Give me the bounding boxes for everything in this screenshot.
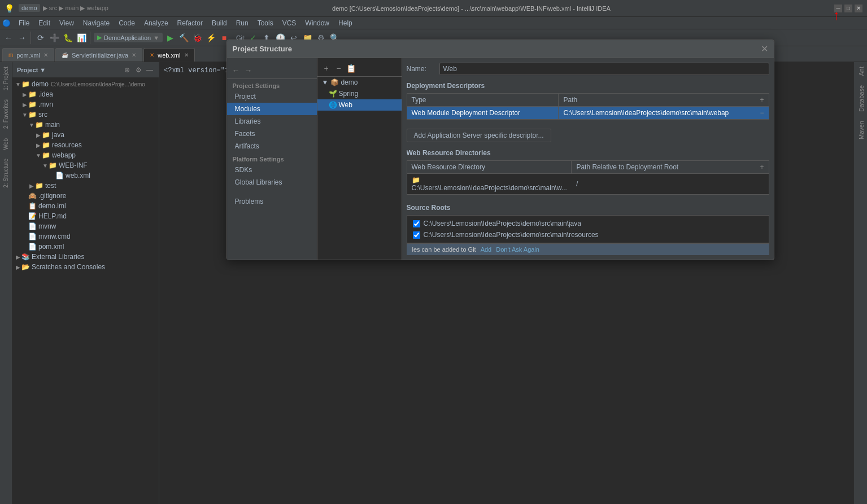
web-resource-row-0[interactable]: 📁 C:\Users\Lemosion\IdeaProjects\demo\sr… <box>407 174 769 195</box>
tree-item-idea[interactable]: ▶ 📁 .idea <box>12 89 159 99</box>
tab-webxml-close[interactable]: ✕ <box>184 52 189 58</box>
tree-item-external-libs[interactable]: ▶ 📚 External Libraries <box>12 252 159 262</box>
tree-item-webinf[interactable]: ▼ 📁 WEB-INF <box>12 160 159 170</box>
forward-button[interactable]: → <box>16 32 28 44</box>
add-row-btn[interactable]: + <box>760 96 764 104</box>
tree-item-webapp[interactable]: ▼ 📁 webapp <box>12 150 159 160</box>
nav-libraries[interactable]: Libraries <box>227 115 317 128</box>
tree-item-mvnw[interactable]: 📄 mvnw <box>12 221 159 231</box>
tree-item-resources[interactable]: ▶ 📁 resources <box>12 140 159 150</box>
source-root-checkbox-0[interactable] <box>413 220 420 227</box>
menu-analyze[interactable]: Analyze <box>140 18 173 28</box>
debug-button[interactable]: 🐛 <box>62 32 74 44</box>
menu-navigate[interactable]: Navigate <box>79 18 114 28</box>
menu-vcs[interactable]: VCS <box>278 18 301 28</box>
right-tab-maven[interactable]: Maven <box>854 116 867 144</box>
run-configuration[interactable]: ▶ DemoApplication ▼ <box>94 33 163 42</box>
notification-dont-ask-link[interactable]: Don't Ask Again <box>496 246 539 253</box>
tree-item-scratches[interactable]: ▶ 📂 Scratches and Consoles <box>12 262 159 272</box>
tree-item-java[interactable]: ▶ 📁 java <box>12 130 159 140</box>
left-tab-structure[interactable]: 2: Structure <box>2 154 10 192</box>
tree-add-btn[interactable]: + <box>321 63 332 74</box>
menu-tools[interactable]: Tools <box>253 18 278 28</box>
tree-label-test: test <box>45 182 56 190</box>
tree-copy-btn[interactable]: 📋 <box>346 63 357 74</box>
nav-project[interactable]: Project <box>227 90 317 103</box>
menu-bar: 🔵 File Edit View Navigate Code Analyze R… <box>0 17 867 29</box>
tree-web-item[interactable]: 🌐 Web <box>317 99 402 111</box>
sidebar-collapse-icon[interactable]: — <box>145 65 154 74</box>
profile-button[interactable]: ⚡ <box>204 32 217 44</box>
close-button[interactable]: ✕ <box>855 5 862 12</box>
tree-arrow-webinf: ▼ <box>42 163 49 169</box>
nav-sdks[interactable]: SDKs <box>227 164 317 176</box>
resources-folder-icon: 📁 <box>42 141 50 149</box>
menu-window[interactable]: Window <box>300 18 334 28</box>
nav-back-button[interactable]: ← <box>230 65 242 76</box>
tree-remove-btn[interactable]: − <box>333 63 345 74</box>
tab-pom-label: pom.xml <box>16 52 40 59</box>
run-config-chevron: ▼ <box>153 34 159 41</box>
tab-pom-xml[interactable]: m pom.xml ✕ <box>2 48 54 62</box>
menu-edit[interactable]: Edit <box>34 18 55 28</box>
coverage-button[interactable]: 📊 <box>75 32 88 44</box>
tree-arrow-webapp: ▼ <box>35 152 42 159</box>
web-add-row-btn[interactable]: + <box>760 163 764 171</box>
back-button[interactable]: ← <box>2 32 15 44</box>
nav-facets[interactable]: Facets <box>227 128 317 140</box>
tree-item-webxml[interactable]: 📄 web.xml <box>12 170 159 181</box>
menu-refactor[interactable]: Refactor <box>173 18 207 28</box>
tree-item-mvnwcmd[interactable]: 📄 mvnw.cmd <box>12 231 159 242</box>
tree-item-helpmd[interactable]: 📝 HELP.md <box>12 211 159 221</box>
nav-artifacts[interactable]: Artifacts <box>227 140 317 152</box>
nav-forward-button[interactable]: → <box>243 65 254 76</box>
tab-servlet-java[interactable]: ☕ ServletInitializer.java ✕ <box>55 48 142 62</box>
notification-text: les can be added to Git <box>412 246 476 253</box>
debug-run-button[interactable]: 🐞 <box>191 32 203 44</box>
left-tab-web[interactable]: Web <box>2 134 10 154</box>
left-tab-favorites[interactable]: 2: Favorites <box>2 95 10 133</box>
menu-code[interactable]: Code <box>114 18 140 28</box>
add-framework-button[interactable]: ➕ <box>48 32 60 44</box>
web-resource-directories-title: Web Resource Directories <box>407 149 769 157</box>
refresh-button[interactable]: ⟳ <box>34 32 47 44</box>
tree-item-main[interactable]: ▼ 📁 main <box>12 120 159 130</box>
nav-problems[interactable]: Problems <box>227 195 317 208</box>
right-tab-database[interactable]: Database <box>854 81 867 116</box>
name-input[interactable] <box>439 63 769 75</box>
menu-build[interactable]: Build <box>207 18 232 28</box>
menu-file[interactable]: File <box>14 18 34 28</box>
tree-item-src[interactable]: ▼ 📁 src <box>12 109 159 120</box>
run-button[interactable]: ▶ <box>164 32 176 44</box>
tab-web-xml[interactable]: ✕ web.xml ✕ <box>143 48 194 62</box>
nav-modules[interactable]: Modules <box>227 103 317 115</box>
add-app-server-btn[interactable]: Add Application Server specific descript… <box>407 129 551 142</box>
tree-item-demo[interactable]: ▼ 📁 demo C:\Users\Lemosion\IdeaProje...\… <box>12 79 159 89</box>
deployment-row-0[interactable]: Web Module Deployment Descriptor C:\User… <box>407 107 769 120</box>
source-roots-title: Source Roots <box>407 204 769 212</box>
tree-item-pom[interactable]: 📄 pom.xml <box>12 242 159 252</box>
menu-view[interactable]: View <box>55 18 79 28</box>
tab-servlet-close[interactable]: ✕ <box>132 52 136 58</box>
tree-item-gitignore[interactable]: 🙈 .gitignore <box>12 191 159 201</box>
sidebar-sync-icon[interactable]: ⊕ <box>123 65 132 74</box>
build-button[interactable]: 🔨 <box>177 32 190 44</box>
maximize-button[interactable]: □ <box>844 5 852 12</box>
sidebar-gear-icon[interactable]: ⚙ <box>134 65 143 74</box>
menu-run[interactable]: Run <box>232 18 253 28</box>
tree-item-mvn[interactable]: ▶ 📁 .mvn <box>12 99 159 109</box>
tree-spring-item[interactable]: 🌱 Spring <box>317 88 402 99</box>
remove-row-btn[interactable]: − <box>760 109 764 117</box>
nav-global-libraries[interactable]: Global Libraries <box>227 176 317 189</box>
notification-add-link[interactable]: Add <box>481 246 492 253</box>
tree-item-demo-iml[interactable]: 📋 demo.iml <box>12 201 159 211</box>
tree-demo-item[interactable]: ▼ 📦 demo <box>317 77 402 88</box>
right-tab-ant[interactable]: Ant <box>854 62 867 81</box>
left-tab-project[interactable]: 1: Project <box>2 62 10 95</box>
tree-arrow-src: ▼ <box>21 112 28 118</box>
helpmd-icon: 📝 <box>28 212 37 220</box>
menu-help[interactable]: Help <box>334 18 357 28</box>
source-root-checkbox-1[interactable] <box>413 231 420 239</box>
tab-pom-close[interactable]: ✕ <box>43 52 48 58</box>
tree-item-test[interactable]: ▶ 📁 test <box>12 181 159 191</box>
